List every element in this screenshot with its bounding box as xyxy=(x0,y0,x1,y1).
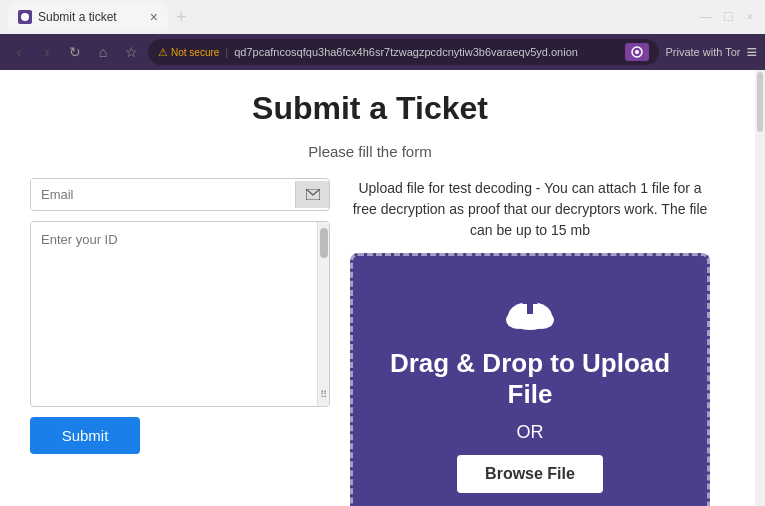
window-controls: — ☐ × xyxy=(699,10,757,24)
submit-button[interactable]: Submit xyxy=(30,417,140,454)
new-tab-button[interactable]: + xyxy=(172,7,191,28)
email-input[interactable] xyxy=(31,179,295,210)
form-subtitle: Please fill the form xyxy=(30,143,710,160)
url-text: qd7pcafncosqfqu3ha6fcx4h6sr7tzwagzpcdcny… xyxy=(234,46,619,58)
tab-title: Submit a ticket xyxy=(38,10,144,24)
textarea-scrollbar: ⠿ xyxy=(317,222,329,406)
browser-chrome: Submit a ticket × + — ☐ × ‹ › ↻ ⌂ ☆ ⚠ No… xyxy=(0,0,765,70)
active-tab[interactable]: Submit a ticket × xyxy=(8,3,168,31)
or-text: OR xyxy=(517,422,544,443)
page-content: Submit a Ticket Please fill the form xyxy=(0,70,765,506)
page-title: Submit a Ticket xyxy=(30,90,710,127)
form-upload-container: ⠿ Submit Upload file for test decoding -… xyxy=(30,178,710,506)
textarea-resize-grip: ⠿ xyxy=(320,389,327,400)
svg-point-5 xyxy=(506,311,530,329)
drop-zone[interactable]: Drag & Drop to Upload File OR Browse Fil… xyxy=(350,253,710,506)
home-button[interactable]: ⌂ xyxy=(92,41,114,63)
back-button[interactable]: ‹ xyxy=(8,41,30,63)
tor-badge xyxy=(625,43,649,61)
nav-bar: ‹ › ↻ ⌂ ☆ ⚠ Not secure | qd7pcafncosqfqu… xyxy=(0,34,765,70)
upload-cloud-icon xyxy=(500,286,560,336)
id-textarea-wrap: ⠿ xyxy=(30,221,330,407)
warning-icon: ⚠ xyxy=(158,46,168,59)
svg-point-6 xyxy=(530,311,554,329)
minimize-button[interactable]: — xyxy=(699,10,713,24)
scrollbar-thumb xyxy=(757,72,763,132)
bookmark-button[interactable]: ☆ xyxy=(120,41,142,63)
drop-text: Drag & Drop to Upload File xyxy=(373,348,687,410)
browse-file-button[interactable]: Browse File xyxy=(457,455,603,493)
email-field-wrap xyxy=(30,178,330,211)
svg-point-2 xyxy=(635,50,639,54)
security-warning: ⚠ Not secure xyxy=(158,46,219,59)
private-tor-label: Private with Tor xyxy=(665,46,740,58)
maximize-button[interactable]: ☐ xyxy=(721,10,735,24)
security-label: Not secure xyxy=(171,47,219,58)
id-textarea[interactable] xyxy=(31,222,329,402)
tab-bar: Submit a ticket × + — ☐ × xyxy=(0,0,765,34)
url-separator: | xyxy=(225,46,228,58)
tab-close-button[interactable]: × xyxy=(150,9,158,25)
refresh-button[interactable]: ↻ xyxy=(64,41,86,63)
tab-favicon xyxy=(18,10,32,24)
close-button[interactable]: × xyxy=(743,10,757,24)
page-scrollbar[interactable] xyxy=(755,70,765,506)
upload-info-text: Upload file for test decoding - You can … xyxy=(350,178,710,241)
menu-button[interactable]: ≡ xyxy=(746,42,757,63)
svg-point-0 xyxy=(21,13,29,21)
form-left: ⠿ Submit xyxy=(30,178,330,454)
address-bar[interactable]: ⚠ Not secure | qd7pcafncosqfqu3ha6fcx4h6… xyxy=(148,39,659,65)
email-icon xyxy=(295,181,329,208)
forward-button[interactable]: › xyxy=(36,41,58,63)
textarea-scrollbar-thumb xyxy=(320,228,328,258)
upload-right: Upload file for test decoding - You can … xyxy=(350,178,710,506)
